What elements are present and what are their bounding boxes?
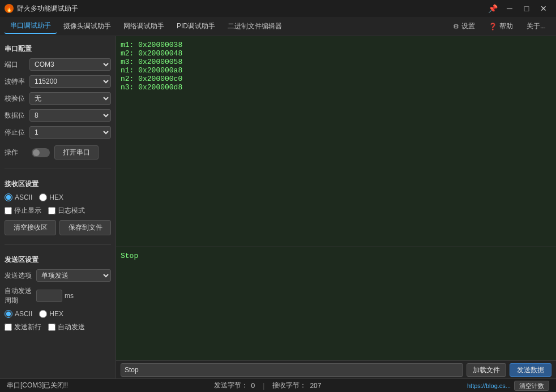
port-label: 端口 <box>5 60 27 70</box>
port-row: 端口 COM3 COM1 COM2 COM4 COM5 <box>5 58 111 71</box>
blog-link[interactable]: https://blog.cs... <box>467 382 511 389</box>
divider-2 <box>5 244 111 245</box>
receive-ascii-label[interactable]: ASCII <box>5 193 32 201</box>
stopbits-select[interactable]: 1 1.5 2 <box>29 126 111 139</box>
send-bottom-bar: 加载文件 发送数据 <box>116 360 556 378</box>
menu-bar: 串口调试助手 摄像头调试助手 网络调试助手 PID调试助手 二进制文件编辑器 ⚙… <box>0 17 556 36</box>
port-toggle[interactable] <box>32 148 50 157</box>
receive-hex-label[interactable]: HEX <box>39 193 63 201</box>
send-bytes-label: 发送字节： <box>214 381 248 390</box>
parity-label: 校验位 <box>5 94 27 104</box>
content-area: m1: 0x20000038m2: 0x20000048m3: 0x200000… <box>116 36 556 378</box>
receive-config-title: 接收区设置 <box>5 179 111 189</box>
auto-send-checkbox[interactable] <box>48 324 55 331</box>
send-bytes-value: 0 <box>251 382 255 390</box>
receive-line: n3: 0x200000d8 <box>121 83 551 92</box>
send-option-label: 发送选项 <box>5 271 34 281</box>
close-button[interactable]: ✕ <box>536 3 551 14</box>
send-config-title: 发送区设置 <box>5 255 111 265</box>
menu-item-pid[interactable]: PID调试助手 <box>171 19 221 33</box>
receive-line: n2: 0x200000c0 <box>121 75 551 83</box>
help-menu-item[interactable]: ❓ 帮助 <box>483 19 519 33</box>
period-input[interactable]: 1000 <box>36 290 62 302</box>
receive-bytes-value: 207 <box>310 382 321 390</box>
baud-row: 波特率 115200 9600 19200 38400 57600 <box>5 75 111 88</box>
period-label: 自动发送周期 <box>5 286 34 305</box>
log-mode-label[interactable]: 日志模式 <box>48 206 85 216</box>
newline-checkbox[interactable] <box>5 324 12 331</box>
save-file-button[interactable]: 保存到文件 <box>59 220 111 235</box>
stopbits-row: 停止位 1 1.5 2 <box>5 126 111 139</box>
baud-select[interactable]: 115200 9600 19200 38400 57600 <box>29 75 111 88</box>
app-title: 野火多功能调试助手 <box>17 4 78 14</box>
stopbits-label: 停止位 <box>5 128 27 137</box>
minimize-button[interactable]: ─ <box>502 3 517 14</box>
databits-select[interactable]: 8 5 6 7 <box>29 109 111 122</box>
ms-label: ms <box>65 292 74 300</box>
status-center: 发送字节： 0 | 接收字节： 207 <box>214 381 322 390</box>
menu-item-network[interactable]: 网络调试助手 <box>118 19 170 33</box>
receive-line: n1: 0x200000a8 <box>121 66 551 75</box>
open-port-button[interactable]: 打开串口 <box>54 145 99 160</box>
send-option-select[interactable]: 单项发送 多项发送 循环发送 <box>36 269 111 282</box>
send-input[interactable] <box>121 363 463 377</box>
databits-row: 数据位 8 5 6 7 <box>5 109 111 122</box>
send-option-row: 发送选项 单项发送 多项发送 循环发送 <box>5 269 111 282</box>
send-ascii-radio[interactable] <box>5 310 12 318</box>
send-hex-label[interactable]: HEX <box>39 310 63 318</box>
status-bar: 串口[COM3]已关闭!! 发送字节： 0 | 接收字节： 207 https:… <box>0 378 556 392</box>
parity-select[interactable]: 无 奇校验 偶校验 <box>29 92 111 105</box>
operation-row: 操作 打开串口 <box>5 145 111 160</box>
send-encoding-row: ASCII HEX <box>5 310 111 318</box>
app-icon: 🔥 <box>5 4 14 13</box>
title-bar: 🔥 野火多功能调试助手 📌 ─ □ ✕ <box>0 0 556 17</box>
status-left: 串口[COM3]已关闭!! <box>7 381 68 390</box>
sidebar: 串口配置 端口 COM3 COM1 COM2 COM4 COM5 波特率 115… <box>0 36 116 378</box>
maximize-button[interactable]: □ <box>519 3 534 14</box>
title-bar-left: 🔥 野火多功能调试助手 <box>5 4 78 14</box>
help-icon: ❓ <box>489 23 497 31</box>
receive-encoding-row: ASCII HEX <box>5 193 111 201</box>
databits-label: 数据位 <box>5 111 27 120</box>
receive-options-row: 停止显示 日志模式 <box>5 206 111 216</box>
log-mode-checkbox[interactable] <box>48 207 55 214</box>
send-ascii-label[interactable]: ASCII <box>5 310 32 318</box>
menu-item-camera[interactable]: 摄像头调试助手 <box>58 19 117 33</box>
period-row: 自动发送周期 1000 ms <box>5 286 111 305</box>
send-area-content: Stop <box>121 252 138 260</box>
send-data-button[interactable]: 发送数据 <box>510 363 551 377</box>
separator: | <box>263 382 264 390</box>
divider-1 <box>5 169 111 169</box>
window-controls: 📌 ─ □ ✕ <box>485 3 551 14</box>
menu-item-binary[interactable]: 二进制文件编辑器 <box>222 19 288 33</box>
load-file-button[interactable]: 加载文件 <box>467 363 506 377</box>
send-hex-radio[interactable] <box>39 310 47 318</box>
receive-line: m2: 0x20000048 <box>121 49 551 58</box>
stop-display-checkbox[interactable] <box>5 207 12 214</box>
newline-label[interactable]: 发送新行 <box>5 322 41 332</box>
status-right: https://blog.cs... 清空计数 <box>467 381 549 391</box>
port-select[interactable]: COM3 COM1 COM2 COM4 COM5 <box>29 58 111 71</box>
send-options-row: 发送新行 自动发送 <box>5 322 111 332</box>
receive-hex-radio[interactable] <box>39 193 47 201</box>
clear-count-button[interactable]: 清空计数 <box>514 381 549 391</box>
receive-line: m1: 0x20000038 <box>121 41 551 49</box>
send-display-area[interactable]: Stop <box>116 247 556 360</box>
about-menu-item[interactable]: 关于... <box>521 19 551 33</box>
serial-config-title: 串口配置 <box>5 44 111 54</box>
receive-display-area[interactable]: m1: 0x20000038m2: 0x20000048m3: 0x200000… <box>116 36 556 247</box>
pin-button[interactable]: 📌 <box>485 3 501 14</box>
baud-label: 波特率 <box>5 77 27 87</box>
receive-action-row: 清空接收区 保存到文件 <box>5 220 111 235</box>
stop-display-label[interactable]: 停止显示 <box>5 206 41 216</box>
port-status: 串口[COM3]已关闭!! <box>7 381 68 390</box>
menu-item-serial[interactable]: 串口调试助手 <box>5 19 57 34</box>
gear-icon: ⚙ <box>453 23 459 31</box>
receive-ascii-radio[interactable] <box>5 193 12 201</box>
menu-bar-right: ⚙ 设置 ❓ 帮助 关于... <box>447 19 551 33</box>
settings-menu-item[interactable]: ⚙ 设置 <box>447 19 481 33</box>
clear-receive-button[interactable]: 清空接收区 <box>5 220 56 235</box>
auto-send-label[interactable]: 自动发送 <box>48 322 85 332</box>
main-layout: 串口配置 端口 COM3 COM1 COM2 COM4 COM5 波特率 115… <box>0 36 556 378</box>
operation-label: 操作 <box>5 148 27 157</box>
